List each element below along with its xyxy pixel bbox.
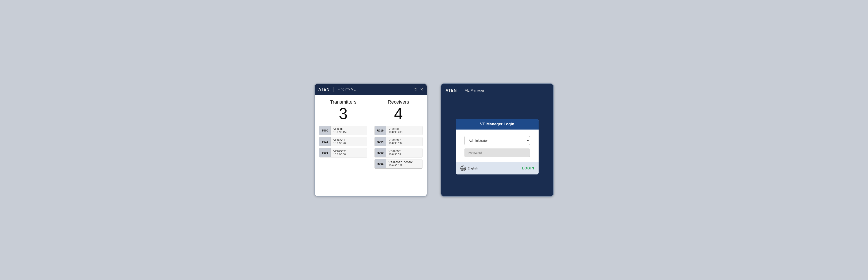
ve-manager-header: ATEN VE Manager: [441, 84, 553, 97]
device-ip: 10.0.90.128: [389, 164, 416, 167]
receivers-column: Receivers 4 R019 VE8900 10.0.90.208 R004…: [374, 99, 423, 169]
globe-icon: [460, 165, 466, 171]
password-input[interactable]: [465, 148, 530, 157]
receivers-list: R019 VE8900 10.0.90.208 R004 VE8900R 10.…: [374, 126, 423, 169]
receivers-label: Receivers: [388, 99, 409, 105]
transmitters-list: T000 VE8900 10.0.90.152 T016 VE8950T 10.…: [319, 126, 367, 158]
login-button[interactable]: LOGIN: [522, 166, 534, 170]
device-id: R009: [375, 148, 386, 157]
transmitters-label: Transmitters: [330, 99, 356, 105]
find-my-ve-panel: ATEN Find my VE ↻ ✕ Transmitters 3 T000 …: [314, 83, 428, 197]
login-card-body: Administrator Operator User: [456, 130, 538, 162]
ve-manager-body: VE Manager Login Administrator Operator …: [441, 97, 553, 196]
device-model: VE8900: [333, 128, 347, 131]
device-ip: 10.0.90.208: [389, 131, 402, 134]
device-info: VE8900 10.0.90.152: [331, 126, 350, 135]
device-model: VE8900R: [389, 138, 402, 142]
language-text: English: [468, 167, 477, 170]
list-item[interactable]: T001 VE8950T1 10.0.90.56: [319, 148, 367, 158]
column-divider: [371, 99, 371, 169]
device-id: T016: [319, 137, 331, 146]
device-id: R004: [375, 137, 386, 146]
login-footer: English LOGIN: [456, 162, 538, 174]
transmitters-column: Transmitters 3 T000 VE8900 10.0.90.152 T…: [319, 99, 367, 169]
device-id: T000: [319, 126, 331, 135]
refresh-icon[interactable]: ↻: [414, 87, 417, 92]
transmitters-count: 3: [339, 106, 347, 121]
login-card: VE Manager Login Administrator Operator …: [456, 119, 538, 174]
device-info: VE8900R 10.0.90.194: [386, 137, 405, 146]
login-card-heading: VE Manager Login: [456, 119, 538, 130]
language-selector[interactable]: English: [460, 165, 477, 171]
list-item[interactable]: T000 VE8900 10.0.90.152: [319, 126, 367, 135]
device-model: VE8950R: [389, 149, 401, 153]
device-model: VE8950T1: [333, 149, 347, 153]
device-info: VE8950R01000394... 10.0.90.128: [386, 160, 418, 168]
username-select[interactable]: Administrator Operator User: [465, 136, 530, 145]
device-info: VE8950T 10.0.90.96: [331, 137, 348, 146]
ve-manager-title: VE Manager: [465, 88, 484, 92]
ve-manager-panel: ATEN VE Manager VE Manager Login Adminis…: [440, 83, 554, 197]
close-icon[interactable]: ✕: [420, 87, 423, 92]
aten-logo-ve: ATEN: [445, 88, 457, 93]
device-id: R006: [375, 160, 386, 168]
device-model: VE8950R01000394...: [389, 161, 416, 164]
device-info: VE8950R 10.0.90.59: [386, 148, 404, 157]
find-ve-header: ATEN Find my VE ↻ ✕: [315, 84, 427, 95]
device-ip: 10.0.90.194: [389, 142, 402, 145]
device-info: VE8950T1 10.0.90.56: [331, 148, 349, 157]
device-ip: 10.0.90.56: [333, 153, 347, 156]
device-id: R019: [375, 126, 386, 135]
list-item[interactable]: R019 VE8900 10.0.90.208: [374, 126, 423, 135]
device-info: VE8900 10.0.90.208: [386, 126, 405, 135]
list-item[interactable]: R004 VE8900R 10.0.90.194: [374, 137, 423, 146]
list-item[interactable]: T016 VE8950T 10.0.90.96: [319, 137, 367, 146]
device-model: VE8900: [389, 128, 402, 131]
find-ve-body: Transmitters 3 T000 VE8900 10.0.90.152 T…: [315, 95, 427, 173]
login-heading-text: VE Manager Login: [480, 122, 514, 126]
device-model: VE8950T: [333, 138, 346, 142]
device-ip: 10.0.90.96: [333, 142, 346, 145]
device-id: T001: [319, 148, 331, 157]
receivers-count: 4: [394, 106, 403, 121]
find-ve-title: Find my VE: [338, 87, 356, 91]
list-item[interactable]: R009 VE8950R 10.0.90.59: [374, 148, 423, 158]
header-icons: ↻ ✕: [414, 87, 423, 92]
aten-logo: ATEN: [318, 87, 330, 92]
device-ip: 10.0.90.152: [333, 131, 347, 134]
device-ip: 10.0.90.59: [389, 153, 401, 156]
header-divider: [334, 87, 334, 92]
list-item[interactable]: R006 VE8950R01000394... 10.0.90.128: [374, 159, 423, 169]
